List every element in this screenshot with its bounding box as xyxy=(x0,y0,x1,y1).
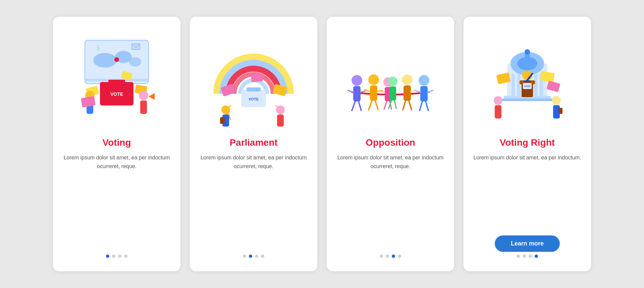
card-voting-right-text: Lorem ipsum dolor sit amet, ea per indoc… xyxy=(473,153,581,225)
cards-container: VOTE $ $ xyxy=(33,3,611,285)
svg-rect-14 xyxy=(81,96,96,108)
svg-rect-20 xyxy=(132,44,140,50)
card-opposition-title: Opposition xyxy=(366,137,415,148)
svg-line-52 xyxy=(352,101,355,111)
svg-rect-8 xyxy=(108,80,125,84)
svg-rect-37 xyxy=(370,85,377,101)
svg-point-5 xyxy=(114,57,119,62)
card-voting-dots xyxy=(106,255,127,258)
card-opposition: Opposition Lorem ipsum dolor sit amet, e… xyxy=(327,17,454,271)
svg-marker-17 xyxy=(149,93,155,100)
svg-line-53 xyxy=(359,101,361,111)
svg-line-61 xyxy=(409,101,412,110)
dot-1 xyxy=(380,255,383,258)
parliament-illustration: VOTE xyxy=(199,27,308,134)
svg-rect-33 xyxy=(353,86,361,101)
svg-rect-31 xyxy=(277,115,284,127)
svg-point-32 xyxy=(352,75,362,86)
card-voting: VOTE $ $ xyxy=(53,17,180,271)
svg-line-54 xyxy=(369,101,372,110)
svg-point-68 xyxy=(525,49,530,55)
dot-4 xyxy=(261,255,264,258)
svg-point-15 xyxy=(139,91,148,100)
dot-1 xyxy=(106,255,109,258)
svg-text:$: $ xyxy=(97,45,100,52)
svg-rect-83 xyxy=(546,81,560,92)
svg-rect-46 xyxy=(404,85,411,101)
svg-point-48 xyxy=(419,75,429,86)
card-voting-right-dots xyxy=(517,255,538,258)
card-voting-title: Voting xyxy=(102,137,131,148)
svg-rect-69 xyxy=(512,74,515,97)
dot-3 xyxy=(392,255,395,258)
svg-point-4 xyxy=(129,57,141,67)
svg-rect-74 xyxy=(501,98,553,101)
svg-rect-23 xyxy=(247,87,261,91)
dot-3 xyxy=(529,255,532,258)
svg-rect-44 xyxy=(389,86,396,100)
dot-4 xyxy=(124,255,127,258)
svg-text:VOTE: VOTE xyxy=(249,97,259,101)
svg-line-35 xyxy=(361,91,365,92)
card-voting-text: Lorem ipsum dolor sit amet, ea per indoc… xyxy=(62,153,171,246)
svg-line-63 xyxy=(426,101,428,111)
dot-3 xyxy=(255,255,258,258)
card-parliament-dots xyxy=(243,255,264,258)
card-voting-right-title: Voting Right xyxy=(500,137,555,148)
svg-rect-71 xyxy=(534,74,537,97)
svg-line-59 xyxy=(394,100,396,109)
learn-more-button[interactable]: Learn more xyxy=(495,235,560,252)
dot-1 xyxy=(517,255,520,258)
svg-point-45 xyxy=(402,74,413,85)
svg-rect-16 xyxy=(140,100,147,114)
card-opposition-text: Lorem ipsum dolor sit amet, ea per indoc… xyxy=(336,153,445,246)
svg-line-55 xyxy=(375,101,378,110)
svg-line-60 xyxy=(403,101,406,110)
svg-point-88 xyxy=(494,96,502,105)
svg-line-56 xyxy=(384,101,387,109)
svg-rect-70 xyxy=(517,74,521,97)
dot-3 xyxy=(118,255,121,258)
svg-rect-26 xyxy=(251,73,263,82)
svg-point-2 xyxy=(93,53,117,68)
dot-2 xyxy=(386,255,389,258)
svg-line-42 xyxy=(380,91,385,92)
dot-2 xyxy=(523,255,526,258)
dot-1 xyxy=(243,255,246,258)
svg-line-34 xyxy=(348,90,353,92)
svg-point-85 xyxy=(552,96,561,105)
svg-point-43 xyxy=(388,77,397,86)
card-parliament-title: Parliament xyxy=(229,137,277,148)
svg-rect-49 xyxy=(420,86,428,101)
dot-2 xyxy=(249,255,252,258)
card-parliament-text: Lorem ipsum dolor sit amet, ea per indoc… xyxy=(199,153,308,246)
card-voting-right: VOTE Voting Right Lorem ipsum dolor sit … xyxy=(464,17,591,271)
dot-2 xyxy=(112,255,115,258)
dot-4 xyxy=(535,255,538,258)
svg-rect-87 xyxy=(558,108,562,114)
card-opposition-dots xyxy=(380,255,401,258)
svg-line-62 xyxy=(420,101,422,111)
svg-line-50 xyxy=(415,90,420,92)
svg-text:VOTE: VOTE xyxy=(110,91,123,97)
opposition-illustration xyxy=(336,27,445,134)
svg-line-51 xyxy=(428,90,433,92)
svg-point-30 xyxy=(276,105,285,114)
voting-right-illustration: VOTE xyxy=(473,27,582,134)
dot-4 xyxy=(398,255,401,258)
svg-rect-29 xyxy=(220,117,225,124)
svg-text:VOTE: VOTE xyxy=(524,85,530,87)
svg-point-36 xyxy=(368,74,379,85)
svg-point-27 xyxy=(221,105,230,114)
svg-rect-79 xyxy=(524,80,531,82)
svg-rect-89 xyxy=(495,105,501,119)
voting-illustration: VOTE $ $ xyxy=(62,27,171,134)
card-parliament: VOTE xyxy=(190,17,317,271)
